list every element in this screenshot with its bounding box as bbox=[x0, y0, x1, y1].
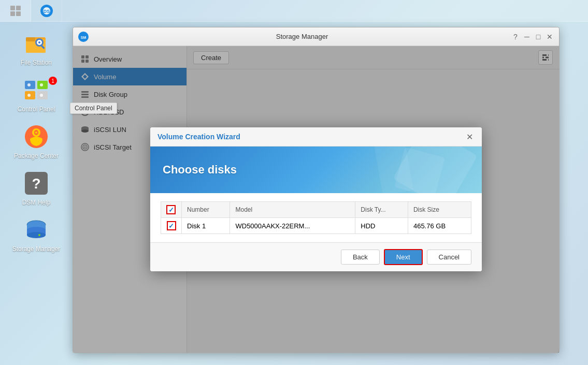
package-center-label: Package Center bbox=[14, 152, 59, 159]
svg-point-12 bbox=[38, 41, 40, 43]
control-panel-badge: 1 bbox=[49, 77, 57, 85]
table-cell-checkbox bbox=[161, 218, 182, 234]
table-cell-number: Disk 1 bbox=[182, 218, 230, 234]
desktop-icon-file-station[interactable]: File Station bbox=[5, 27, 67, 69]
table-header-disk-size: Disk Size bbox=[408, 202, 471, 218]
desktop: File Station 1 Control Panel bbox=[0, 22, 588, 365]
back-button[interactable]: Back bbox=[341, 250, 380, 265]
window-minimize-button[interactable]: ─ bbox=[523, 33, 531, 41]
svg-text:DS: DS bbox=[43, 9, 50, 14]
wizard-title: Volume Creation Wizard bbox=[157, 133, 240, 141]
disk-table: Number Model Disk Ty... Disk Size bbox=[161, 201, 471, 234]
wizard-titlebar: Volume Creation Wizard ✕ bbox=[150, 127, 482, 147]
control-panel-icon bbox=[23, 77, 50, 104]
taskbar-apps-button[interactable] bbox=[0, 0, 31, 22]
desktop-icon-control-panel[interactable]: 1 Control Panel bbox=[5, 74, 67, 116]
svg-point-34 bbox=[38, 234, 40, 236]
svg-rect-3 bbox=[16, 11, 21, 16]
table-header-checkbox[interactable] bbox=[166, 205, 176, 214]
svg-text:?: ? bbox=[32, 176, 40, 192]
storage-manager-icon bbox=[23, 216, 50, 243]
file-station-label: File Station bbox=[21, 59, 52, 66]
disk-1-checkbox[interactable] bbox=[167, 221, 176, 230]
storage-manager-window: SM Storage Manager ? ─ □ ✕ bbox=[73, 27, 560, 353]
svg-rect-1 bbox=[16, 6, 21, 10]
window-controls: ? ─ □ ✕ bbox=[511, 33, 554, 41]
cancel-button[interactable]: Cancel bbox=[427, 250, 471, 265]
file-station-icon bbox=[23, 30, 50, 57]
svg-rect-9 bbox=[26, 37, 35, 41]
svg-point-33 bbox=[27, 232, 46, 238]
svg-rect-0 bbox=[10, 6, 15, 10]
svg-point-21 bbox=[40, 94, 43, 97]
dsm-help-icon: ? bbox=[23, 170, 50, 197]
window-body: Overview Volume bbox=[73, 46, 559, 353]
control-panel-label: Control Panel bbox=[18, 106, 55, 113]
control-panel-tooltip: Control Panel bbox=[70, 103, 117, 114]
main-content: Create bbox=[187, 46, 559, 353]
wizard-dialog: Volume Creation Wizard ✕ Choose disks bbox=[150, 127, 482, 271]
dsm-help-label: DSM Help bbox=[22, 199, 51, 206]
table-cell-disk-type: HDD bbox=[355, 218, 408, 234]
wizard-banner: Choose disks bbox=[150, 147, 482, 193]
svg-point-18 bbox=[27, 83, 31, 86]
desktop-icon-storage-manager[interactable]: Storage Manager bbox=[5, 213, 67, 256]
window-maximize-button[interactable]: □ bbox=[534, 33, 542, 41]
modal-overlay: Volume Creation Wizard ✕ Choose disks bbox=[73, 46, 559, 353]
wizard-banner-title: Choose disks bbox=[163, 163, 237, 177]
window-title: Storage Manager bbox=[93, 33, 511, 40]
taskbar-file-station[interactable]: DS bbox=[31, 0, 62, 22]
app-area: SM Storage Manager ? ─ □ ✕ bbox=[73, 22, 588, 365]
window-close-button[interactable]: ✕ bbox=[546, 33, 554, 41]
window-titlebar: SM Storage Manager ? ─ □ ✕ bbox=[73, 27, 559, 46]
desktop-icon-dsm-help[interactable]: ? DSM Help bbox=[5, 167, 67, 209]
table-cell-model: WD5000AAKX-22ERM... bbox=[230, 218, 355, 234]
svg-point-19 bbox=[40, 83, 43, 86]
taskbar: DS bbox=[0, 0, 588, 22]
storage-manager-label: Storage Manager bbox=[12, 245, 61, 253]
table-cell-disk-size: 465.76 GB bbox=[408, 218, 471, 234]
wizard-body: Number Model Disk Ty... Disk Size bbox=[150, 193, 482, 242]
table-header-checkbox-cell bbox=[161, 202, 182, 218]
desktop-icon-package-center[interactable]: Package Center bbox=[5, 120, 67, 163]
table-row: Disk 1 WD5000AAKX-22ERM... HDD 465.76 GB bbox=[161, 218, 471, 234]
desktop-icons-panel: File Station 1 Control Panel bbox=[0, 22, 73, 365]
table-header-number: Number bbox=[182, 202, 230, 218]
wizard-footer: Back Next Cancel bbox=[150, 242, 482, 271]
svg-text:SM: SM bbox=[81, 36, 87, 39]
svg-point-25 bbox=[35, 132, 37, 134]
next-button[interactable]: Next bbox=[384, 249, 423, 265]
storage-manager-window-icon: SM bbox=[78, 32, 89, 42]
window-help-button[interactable]: ? bbox=[511, 33, 520, 41]
svg-rect-2 bbox=[10, 11, 15, 16]
svg-point-20 bbox=[27, 94, 31, 97]
table-header-model: Model bbox=[230, 202, 355, 218]
package-center-icon bbox=[23, 123, 50, 150]
wizard-close-button[interactable]: ✕ bbox=[464, 132, 475, 142]
table-header-disk-type: Disk Ty... bbox=[355, 202, 408, 218]
